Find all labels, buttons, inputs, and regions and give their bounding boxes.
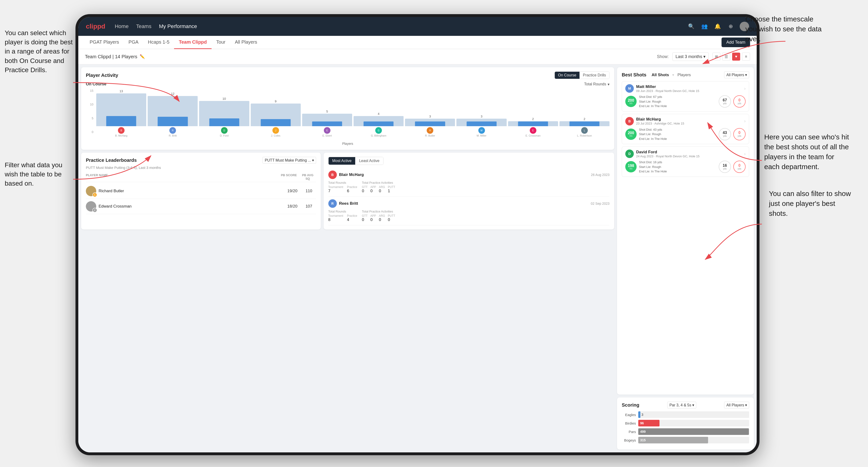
scoring-bar-track: 3 bbox=[638, 411, 749, 418]
table-view-icon[interactable]: ≡ bbox=[742, 53, 750, 61]
active-player-stats: Total Rounds Tournament 8 Practice 4 Tot… bbox=[328, 210, 610, 222]
annotation-player-select: You can select which player is doing the… bbox=[5, 28, 73, 74]
rounds-values: Tournament 7 Practice 6 bbox=[328, 185, 357, 193]
leaderboard-row: 1 Richard Butler 19/20 110 bbox=[86, 184, 316, 199]
active-player-header: B Blair McHarg 26 Aug 2023 bbox=[328, 170, 610, 179]
bar-value: 4 bbox=[378, 112, 379, 116]
chart-subheader: On Course Total Rounds ▾ bbox=[86, 82, 610, 87]
nav-link-home[interactable]: Home bbox=[115, 23, 129, 30]
stat-value-dist: 16 bbox=[723, 164, 727, 167]
x-label: B. McHarg bbox=[96, 134, 146, 141]
gtt-stat: GTT 0 bbox=[362, 214, 368, 222]
all-shots-tab[interactable]: All Shots bbox=[649, 72, 671, 78]
lb-col-player: PLAYER NAME bbox=[86, 173, 278, 181]
practice-drills-toggle[interactable]: Practice Drills bbox=[580, 72, 609, 79]
stat-circle-zero: 0 yds bbox=[733, 95, 746, 107]
most-active-tab[interactable]: Most Active bbox=[329, 157, 355, 165]
shot-description: Shot Dist: 43 yds Start Lie: Rough End L… bbox=[639, 127, 716, 141]
shot-badge: 200 SG bbox=[625, 129, 637, 140]
tab-tour[interactable]: Tour bbox=[212, 36, 230, 49]
bar[interactable] bbox=[148, 96, 198, 126]
shot-badge-num: 200 bbox=[628, 131, 634, 135]
active-player-avatar: B bbox=[328, 170, 337, 179]
users-icon[interactable]: 👥 bbox=[700, 22, 709, 31]
gtt-value: 0 bbox=[362, 189, 368, 193]
bar[interactable] bbox=[405, 119, 455, 126]
nav-link-teams[interactable]: Teams bbox=[136, 23, 151, 30]
period-select[interactable]: Last 3 months ▾ bbox=[673, 52, 709, 61]
tab-all-players[interactable]: All Players bbox=[230, 36, 262, 49]
search-icon[interactable]: 🔍 bbox=[687, 22, 695, 31]
tablet-device: clippd Home Teams My Performance 🔍 👥 🔔 ⊕… bbox=[75, 14, 760, 455]
nav-link-myperformance[interactable]: My Performance bbox=[159, 23, 197, 30]
bell-icon[interactable]: 🔔 bbox=[713, 22, 722, 31]
chart-filter-dropdown[interactable]: Total Rounds ▾ bbox=[584, 82, 610, 87]
rounds-stat: Total Rounds Tournament 8 Practice 4 bbox=[328, 210, 357, 222]
scoring-header: Scoring Par 3, 4 & 5s ▾ All Players ▾ bbox=[622, 402, 749, 408]
shot-player-avatar: B bbox=[625, 117, 634, 125]
bar[interactable] bbox=[456, 119, 506, 126]
shot-description: Shot Dist: 67 yds Start Lie: Rough End L… bbox=[639, 95, 716, 108]
bar[interactable] bbox=[96, 93, 146, 126]
lb-rank-badge: 1 bbox=[92, 192, 97, 197]
shot-item[interactable]: B Blair McHarg 23 Jul 2023 · Ashridge GC… bbox=[622, 114, 749, 144]
stat-circle-dist: 67 yds bbox=[719, 95, 731, 107]
scoring-category-label: Bogeys bbox=[622, 438, 636, 442]
on-course-toggle[interactable]: On Course bbox=[555, 72, 580, 79]
shot-player-name: David Ford bbox=[636, 150, 742, 154]
app-label: APP bbox=[370, 214, 376, 217]
edit-icon[interactable]: ✏️ bbox=[140, 54, 145, 59]
putt-value: 1 bbox=[388, 189, 395, 193]
shot-end-lie: End Lie: In The Hole bbox=[639, 169, 716, 174]
most-active-header: Most Active Least Active bbox=[328, 157, 610, 165]
add-circle-icon[interactable]: ⊕ bbox=[726, 22, 735, 31]
stat-circle-zero: 0 yds bbox=[733, 161, 746, 173]
shot-player-name: Blair McHarg bbox=[636, 117, 742, 122]
shot-item[interactable]: M Matt Miller 09 Jun 2023 · Royal North … bbox=[622, 81, 749, 112]
stat-circle-dist: 16 yds bbox=[719, 161, 731, 173]
stat-unit-zero: yds bbox=[738, 167, 741, 170]
shot-description: Shot Dist: 16 yds Start Lie: Rough End L… bbox=[639, 160, 716, 174]
tab-team-clippd[interactable]: Team Clippd bbox=[174, 36, 212, 49]
bar-value: 9 bbox=[275, 99, 276, 103]
practice-stat: Practice 6 bbox=[347, 185, 357, 193]
bar-value: 10 bbox=[222, 97, 226, 100]
top-navigation: clippd Home Teams My Performance 🔍 👥 🔔 ⊕ bbox=[78, 17, 757, 36]
sub-navigation: PGAT Players PGA Hcaps 1-5 Team Clippd T… bbox=[78, 36, 757, 49]
drill-select[interactable]: PUTT Must Make Putting ... ▾ bbox=[262, 157, 316, 164]
shot-player-info: Blair McHarg 23 Jul 2023 · Ashridge GC, … bbox=[636, 117, 742, 125]
putt-label: PUTT bbox=[388, 185, 395, 189]
app-stat: APP 0 bbox=[370, 185, 376, 193]
players-filter[interactable]: All Players ▾ bbox=[724, 71, 749, 78]
scoring-players-filter[interactable]: All Players ▾ bbox=[724, 402, 749, 408]
bar[interactable] bbox=[251, 103, 301, 126]
panels-container: Player Activity On Course Practice Drill… bbox=[78, 64, 757, 453]
bar[interactable] bbox=[508, 121, 558, 126]
shot-badge-label: SG bbox=[629, 102, 632, 104]
gtt-value: 0 bbox=[362, 217, 368, 222]
chevron-right-icon: › bbox=[744, 151, 746, 156]
tab-pga[interactable]: PGA bbox=[124, 36, 143, 49]
shot-item[interactable]: D David Ford 24 Aug 2023 · Royal North D… bbox=[622, 147, 749, 177]
tab-pgat-players[interactable]: PGAT Players bbox=[85, 36, 124, 49]
bar[interactable] bbox=[199, 101, 249, 126]
tab-hcaps[interactable]: Hcaps 1-5 bbox=[143, 36, 174, 49]
players-tab[interactable]: Players bbox=[675, 72, 693, 78]
gtt-stat: GTT 0 bbox=[362, 185, 368, 193]
par-filter[interactable]: Par 3, 4 & 5s ▾ bbox=[667, 402, 696, 408]
bar[interactable] bbox=[353, 116, 404, 126]
nav-links-container: Home Teams My Performance bbox=[115, 23, 687, 30]
bar-group: 5 E bbox=[302, 89, 352, 134]
bar[interactable] bbox=[559, 121, 610, 126]
y-label-0: 0 bbox=[92, 130, 93, 134]
leaderboard-subtitle: PUTT Must Make Putting (3-6 ft), Last 3 … bbox=[86, 165, 316, 169]
shot-player-avatar: M bbox=[625, 84, 634, 93]
lb-score: 19/20 bbox=[285, 189, 300, 193]
least-active-tab[interactable]: Least Active bbox=[355, 157, 383, 165]
list-view-icon[interactable]: ☰ bbox=[722, 53, 730, 61]
bar[interactable] bbox=[302, 114, 352, 126]
card-view-icon[interactable]: ♥ bbox=[732, 53, 740, 61]
team-name: Team Clippd | 14 Players bbox=[85, 54, 137, 59]
grid-view-icon[interactable]: ⊞ bbox=[712, 53, 720, 61]
putt-value: 0 bbox=[388, 217, 395, 222]
